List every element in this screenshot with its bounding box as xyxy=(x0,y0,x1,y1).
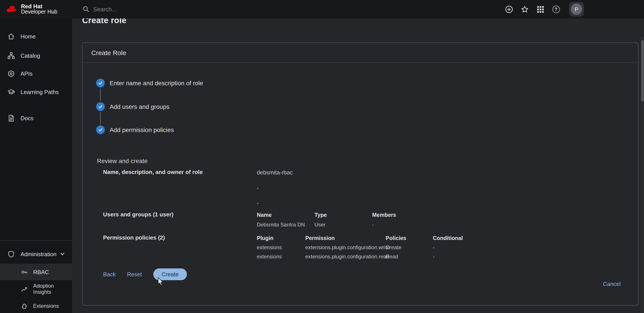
cancel-button[interactable]: Cancel xyxy=(603,281,621,287)
name-section-label: Name, description, and owner of role xyxy=(103,169,203,175)
users-header-type: Type xyxy=(314,212,327,218)
logo-text: Red Hat Developer Hub xyxy=(21,4,58,15)
sidebar-item-label: Home xyxy=(20,33,36,40)
sidebar-item-docs[interactable]: Docs xyxy=(0,110,72,126)
top-bar-actions: ? P xyxy=(504,2,644,17)
vertical-scrollbar[interactable] xyxy=(641,37,644,313)
top-bar: Red Hat Developer Hub xyxy=(0,0,644,18)
step-complete-icon xyxy=(96,125,105,134)
sidebar-item-catalog[interactable]: Catalog xyxy=(0,47,72,64)
learning-paths-icon xyxy=(8,88,15,96)
sidebar: Home Catalog APIs Learning Paths Docs xyxy=(0,18,72,313)
perm-row-plugin: extensions xyxy=(257,253,282,260)
docs-icon xyxy=(8,114,15,122)
sidebar-item-apis[interactable]: APIs xyxy=(0,65,72,82)
apps-grid-icon[interactable] xyxy=(536,5,545,14)
sidebar-item-label: Administration xyxy=(20,251,56,257)
help-icon[interactable]: ? xyxy=(552,5,560,14)
logo-line1: Red Hat xyxy=(21,4,58,9)
perm-row-permission: extensions.plugin.configuration.read xyxy=(305,253,389,260)
sidebar-item-administration[interactable]: Administration xyxy=(0,246,72,262)
step-users-groups[interactable]: Add users and groups xyxy=(96,101,170,112)
sidebar-item-label: Learning Paths xyxy=(20,89,59,95)
perm-row-policy: Create xyxy=(386,244,402,250)
puzzle-icon xyxy=(21,303,28,309)
app-window: Red Hat Developer Hub xyxy=(0,0,644,313)
permissions-section-label: Permission policies (2) xyxy=(103,234,165,241)
step-connector xyxy=(100,112,101,124)
search-input[interactable] xyxy=(93,6,224,13)
card-title: Create Role xyxy=(91,49,126,56)
logo-line2: Developer Hub xyxy=(21,9,58,15)
role-name-value: debsmita-rbac xyxy=(257,169,293,176)
step-complete-icon xyxy=(96,79,105,87)
wizard-actions: Back Reset Create xyxy=(103,267,187,281)
sidebar-divider xyxy=(0,240,72,241)
sidebar-item-label: Extensions xyxy=(33,303,59,309)
users-header-members: Members xyxy=(372,212,396,218)
review-heading: Review and create xyxy=(97,157,148,164)
help-glyph: ? xyxy=(552,6,560,13)
create-role-card: Create Role Enter name and description o… xyxy=(82,42,638,305)
step-label: Enter name and description of role xyxy=(110,80,203,87)
redhat-fedora-icon xyxy=(6,5,17,13)
sidebar-item-learning-paths[interactable]: Learning Paths xyxy=(0,84,72,100)
catalog-icon xyxy=(8,52,15,59)
search-icon xyxy=(82,6,90,13)
star-icon[interactable] xyxy=(520,5,529,14)
users-section-label: Users and groups (1 user) xyxy=(103,211,174,218)
sidebar-item-label: Catalog xyxy=(20,52,40,59)
perm-header-plugin: Plugin xyxy=(257,235,274,241)
sidebar-item-label: Docs xyxy=(20,115,34,121)
users-header-name: Name xyxy=(257,212,272,218)
step-permission-policies[interactable]: Add permission policies xyxy=(96,125,174,135)
sidebar-item-adoption-insights[interactable]: Adoption Insights xyxy=(0,280,72,298)
card-header: Create Role xyxy=(82,43,638,63)
profile-button[interactable]: P xyxy=(569,2,584,17)
avatar: P xyxy=(571,4,582,15)
role-owner-value: - xyxy=(257,200,259,206)
sidebar-item-extensions[interactable]: Extensions xyxy=(0,298,72,313)
perm-row-conditional: - xyxy=(433,244,434,250)
perm-header-permission: Permission xyxy=(305,235,335,241)
perm-row-plugin: extensions xyxy=(257,244,282,250)
key-icon xyxy=(21,269,28,275)
apis-icon xyxy=(8,70,15,77)
chevron-down-icon xyxy=(60,251,65,257)
sidebar-item-home[interactable]: Home xyxy=(0,28,72,45)
step-connector xyxy=(100,88,101,101)
add-icon[interactable] xyxy=(504,5,513,14)
insights-chart-icon xyxy=(21,286,28,292)
shield-icon xyxy=(8,250,15,258)
perm-header-policies: Policies xyxy=(386,235,406,241)
sidebar-item-rbac[interactable]: RBAC xyxy=(0,264,72,280)
sidebar-item-label: APIs xyxy=(20,70,32,77)
sidebar-item-label: Adoption Insights xyxy=(33,283,64,295)
perm-row-permission: extensions.plugin.configuration.write xyxy=(305,244,390,250)
user-row-type: User xyxy=(314,222,326,228)
user-row-members: - xyxy=(372,222,374,228)
perm-header-conditional: Conditional xyxy=(433,235,463,241)
reset-button[interactable]: Reset xyxy=(127,271,142,277)
step-label: Add permission policies xyxy=(110,126,174,133)
main-content: Create role Create Role Enter name and d… xyxy=(72,18,644,313)
redhat-developer-hub-logo[interactable]: Red Hat Developer Hub xyxy=(0,4,72,15)
step-label: Add users and groups xyxy=(110,103,170,110)
home-icon xyxy=(8,33,15,40)
sidebar-item-label: RBAC xyxy=(33,269,49,275)
global-search[interactable] xyxy=(82,6,224,13)
role-description-value: - xyxy=(257,184,259,191)
page-title: Create role xyxy=(82,18,126,25)
step-complete-icon xyxy=(96,102,105,111)
step-name-description[interactable]: Enter name and description of role xyxy=(96,78,203,88)
perm-row-conditional: - xyxy=(433,253,434,260)
scrollbar-thumb[interactable] xyxy=(641,40,644,101)
mouse-cursor xyxy=(158,277,164,288)
back-button[interactable]: Back xyxy=(103,271,116,277)
perm-row-policy: Read xyxy=(386,253,398,260)
user-row-name: Debsmita Santra DN xyxy=(257,222,305,228)
